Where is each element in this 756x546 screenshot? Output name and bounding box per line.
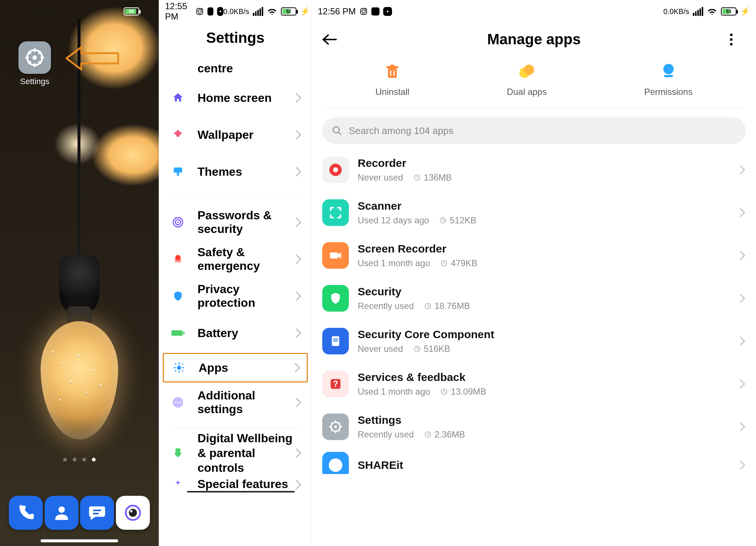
quick-action-permissions[interactable]: Permissions bbox=[644, 61, 693, 97]
app-icon bbox=[322, 452, 349, 474]
notification-icon bbox=[383, 7, 392, 16]
quick-action-uninstall[interactable]: Uninstall bbox=[375, 61, 409, 97]
battery-icon: 53 bbox=[721, 7, 736, 16]
settings-row-themes[interactable]: Themes bbox=[159, 153, 312, 190]
flower-icon bbox=[169, 128, 187, 141]
svg-point-19 bbox=[198, 10, 202, 13]
fingerprint-icon bbox=[169, 216, 187, 229]
svg-rect-54 bbox=[390, 65, 395, 66]
settings-row-safety-emergency[interactable]: Safety & emergency bbox=[159, 241, 312, 278]
svg-point-20 bbox=[201, 9, 202, 10]
app-row[interactable]: ScannerUsed 12 days ago512KB bbox=[312, 191, 756, 234]
gear-icon bbox=[18, 41, 51, 74]
app-icon bbox=[322, 199, 349, 226]
app-row[interactable]: RecorderNever used136MB bbox=[312, 148, 756, 191]
settings-row-digital-wellbeing[interactable]: Digital Wellbeing & parental controls bbox=[159, 435, 312, 471]
app-row[interactable]: ?Services & feedbackUsed 1 month ago13.0… bbox=[312, 363, 756, 405]
dock bbox=[0, 496, 159, 530]
app-row[interactable]: Screen RecorderUsed 1 month ago479KB bbox=[312, 234, 756, 277]
app-row[interactable]: SettingsRecently used2.36MB bbox=[312, 405, 756, 448]
app-size: 13.09MB bbox=[440, 387, 486, 397]
svg-point-42 bbox=[180, 402, 181, 403]
charging-icon: ⚡ bbox=[300, 7, 310, 16]
page-title: Manage apps bbox=[339, 31, 729, 48]
app-row[interactable]: SHAREit bbox=[312, 448, 756, 474]
gear-icon bbox=[170, 361, 188, 374]
app-phone[interactable] bbox=[9, 496, 43, 530]
app-messages[interactable] bbox=[80, 496, 114, 530]
chevron-right-icon bbox=[739, 250, 746, 261]
home-indicator[interactable] bbox=[41, 539, 118, 542]
overflow-menu-button[interactable] bbox=[729, 33, 746, 46]
back-button[interactable] bbox=[322, 34, 339, 45]
chevron-right-icon bbox=[295, 397, 302, 408]
svg-rect-37 bbox=[182, 363, 183, 365]
svg-line-84 bbox=[339, 430, 340, 431]
svg-rect-13 bbox=[93, 509, 101, 511]
settings-row-passwords-security[interactable]: Passwords & security bbox=[159, 204, 312, 241]
settings-row-special-features[interactable]: Special features bbox=[159, 471, 312, 498]
page-title: Settings bbox=[159, 20, 312, 57]
svg-point-17 bbox=[130, 510, 133, 512]
svg-point-48 bbox=[386, 11, 388, 13]
battery-icon: 90 bbox=[124, 7, 139, 16]
wifi-icon bbox=[267, 7, 277, 16]
settings-row-partial[interactable]: centre bbox=[159, 57, 312, 79]
chevron-right-icon bbox=[739, 336, 746, 346]
trash-icon bbox=[382, 61, 403, 82]
svg-point-47 bbox=[365, 9, 366, 10]
dual-apps-icon bbox=[516, 61, 537, 82]
app-row[interactable]: Security Core ComponentNever used516KB bbox=[312, 320, 756, 363]
svg-point-30 bbox=[177, 365, 181, 370]
app-icon bbox=[322, 242, 349, 269]
app-usage: Used 1 month ago bbox=[358, 258, 430, 268]
app-size: 136MB bbox=[413, 172, 452, 183]
search-input[interactable]: Search among 104 apps bbox=[322, 117, 746, 144]
chevron-right-icon bbox=[739, 379, 746, 389]
status-bar: 12:56 PM 0.0KB/s 53 ⚡ bbox=[312, 0, 756, 20]
svg-text:?: ? bbox=[333, 379, 338, 389]
divider bbox=[169, 427, 301, 428]
app-name: Recorder bbox=[358, 157, 739, 169]
app-usage: Used 1 month ago bbox=[358, 387, 430, 397]
svg-point-58 bbox=[524, 65, 534, 75]
app-size: 2.36MB bbox=[424, 429, 465, 440]
home-screen-panel: 6:23 PM 0.0KB/s 90 ⚡ Settings bbox=[0, 0, 159, 546]
status-data-rate: 0.0KB/s bbox=[223, 7, 249, 16]
settings-row-privacy-protection[interactable]: Privacy protection bbox=[159, 278, 312, 315]
settings-row-home-screen[interactable]: Home screen bbox=[159, 79, 312, 116]
svg-point-49 bbox=[730, 33, 732, 36]
settings-row-additional-settings[interactable]: Additional settings bbox=[159, 384, 312, 421]
home-icon bbox=[169, 92, 187, 104]
app-settings[interactable]: Settings bbox=[16, 41, 53, 86]
svg-rect-14 bbox=[93, 513, 99, 514]
svg-point-21 bbox=[219, 11, 221, 13]
battery-icon bbox=[169, 328, 187, 338]
app-label: Settings bbox=[16, 77, 53, 86]
app-size: 18.76MB bbox=[424, 301, 470, 311]
callout-arrow bbox=[63, 44, 122, 73]
page-indicator[interactable] bbox=[0, 458, 159, 461]
chevron-right-icon bbox=[739, 460, 746, 470]
alert-icon bbox=[169, 253, 187, 265]
app-name: Services & feedback bbox=[358, 371, 739, 384]
status-time: 12:55 PM bbox=[165, 1, 192, 22]
app-contacts[interactable] bbox=[45, 496, 79, 530]
app-name: SHAREit bbox=[358, 459, 739, 471]
quick-actions: Uninstall Dual apps Permissions bbox=[312, 51, 756, 108]
chevron-right-icon bbox=[293, 362, 301, 373]
settings-row-wallpaper[interactable]: Wallpaper bbox=[159, 116, 312, 153]
app-size: 479KB bbox=[440, 258, 477, 268]
svg-rect-31 bbox=[179, 363, 180, 365]
search-icon bbox=[332, 126, 342, 136]
settings-row-apps[interactable]: Apps bbox=[163, 353, 308, 382]
quick-action-dual-apps[interactable]: Dual apps bbox=[507, 61, 547, 97]
app-icon bbox=[322, 157, 349, 183]
settings-row-battery[interactable]: Battery bbox=[159, 315, 312, 351]
app-row[interactable]: SecurityRecently used18.76MB bbox=[312, 277, 756, 320]
battery-icon: 52 bbox=[281, 7, 296, 16]
app-camera[interactable] bbox=[116, 496, 150, 530]
chevron-right-icon bbox=[295, 327, 302, 339]
svg-point-40 bbox=[175, 402, 176, 403]
notification-icon bbox=[371, 7, 379, 16]
